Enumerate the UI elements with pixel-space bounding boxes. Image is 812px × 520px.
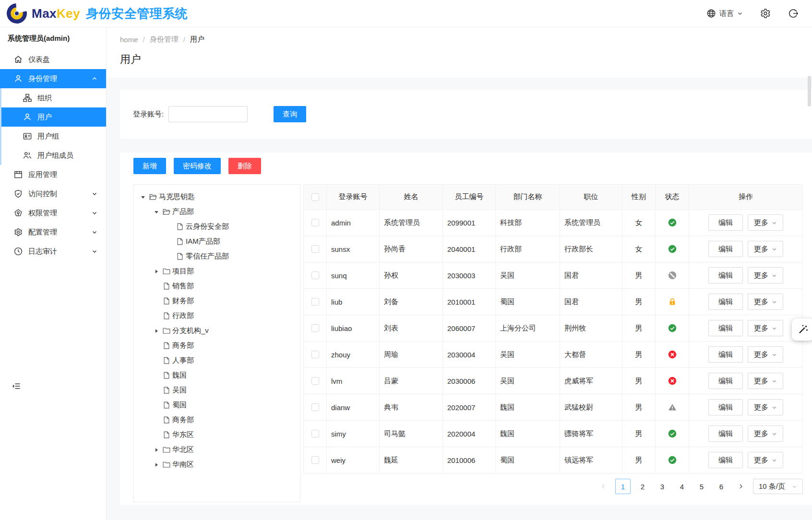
row-checkbox[interactable] [311,456,319,464]
sidebar-item-access-control[interactable]: 访问控制 [0,184,106,203]
row-checkbox[interactable] [311,245,319,253]
settings-gear-icon[interactable] [760,8,771,19]
row-checkbox[interactable] [311,351,319,358]
sidebar-item-user-group-members[interactable]: 用户组成员 [0,146,106,165]
pagination-page-6[interactable]: 6 [714,479,729,494]
tree-node[interactable]: 销售部 [134,279,300,294]
more-dropdown-button[interactable]: 更多 [748,452,783,468]
sidebar-item-dashboard[interactable]: 仪表盘 [0,50,106,69]
tree-node[interactable]: IAM产品部 [134,234,300,249]
tree-node[interactable]: 魏国 [134,368,300,383]
row-checkbox[interactable] [311,403,319,411]
tree-node[interactable]: 人事部 [134,353,300,368]
tree-node[interactable]: 商务部 [134,413,300,427]
tree-node[interactable]: 华南区 [134,457,300,472]
tree-node[interactable]: 行政部 [134,308,300,323]
file-icon [163,402,171,409]
more-dropdown-button[interactable]: 更多 [748,320,783,336]
edit-button[interactable]: 编辑 [708,294,743,310]
tree-node[interactable]: 零信任产品部 [134,249,300,264]
menu-fold-icon[interactable] [12,381,21,391]
breadcrumb-home[interactable]: home [120,35,138,44]
edit-button[interactable]: 编辑 [708,373,743,389]
sidebar-item-users[interactable]: 用户 [0,107,106,127]
cell-actions: 编辑更多 [689,394,803,421]
more-dropdown-button[interactable]: 更多 [748,241,783,257]
pagination-page-5[interactable]: 5 [694,479,709,494]
tree-node[interactable]: 分支机构_v [134,323,300,338]
add-button[interactable]: 新增 [133,158,166,174]
sidebar-item-permission-management[interactable]: 权限管理 [0,203,106,223]
edit-button[interactable]: 编辑 [708,320,743,336]
sidebar-item-identity-management[interactable]: 身份管理 [0,69,106,88]
search-panel: 登录账号: 查询 [120,90,812,139]
tree-node[interactable]: 项目部 [134,264,300,279]
delete-button[interactable]: 删除 [228,158,261,174]
row-checkbox[interactable] [311,298,319,306]
caret-down-icon[interactable] [141,195,149,200]
select-all-checkbox[interactable] [311,193,319,201]
login-account-input[interactable] [168,106,248,122]
tree-node[interactable]: 商务部 [134,338,300,353]
edit-button[interactable]: 编辑 [708,241,743,257]
row-checkbox[interactable] [311,430,319,437]
pagination-page-4[interactable]: 4 [674,479,690,494]
pagination-page-2[interactable]: 2 [635,479,650,494]
pagination-page-1[interactable]: 1 [615,479,631,494]
tree-node[interactable]: 云身份安全部 [134,219,300,234]
query-button[interactable]: 查询 [274,106,306,122]
tree-node[interactable]: 吴国 [134,383,300,398]
logout-icon[interactable] [788,8,799,19]
more-dropdown-button[interactable]: 更多 [748,294,783,310]
edit-button[interactable]: 编辑 [708,425,743,442]
sidebar-item-label: 日志审计 [28,247,92,256]
tree-node[interactable]: 华北区 [134,442,300,457]
edit-button[interactable]: 编辑 [708,452,743,468]
pagination-next-button[interactable] [733,479,749,494]
chevron-down-icon [772,431,777,437]
caret-down-icon[interactable] [154,210,163,214]
tree-node[interactable]: 财务部 [134,294,300,308]
tree-node[interactable]: 产品部 [134,204,300,219]
row-checkbox[interactable] [311,272,319,279]
tree-node[interactable]: 马克思钥匙 [134,189,300,204]
edit-button[interactable]: 编辑 [708,267,743,284]
row-checkbox[interactable] [311,377,319,385]
row-checkbox[interactable] [311,324,319,332]
main-content: home / 身份管理 / 用户 用户 登录账号: 查询 新增 密码修改 删除 … [107,27,812,520]
change-password-button[interactable]: 密码修改 [174,158,221,174]
sidebar-item-log-audit[interactable]: 日志审计 [0,242,106,261]
sidebar-item-label: 用户组 [37,132,97,141]
pagination-page-3[interactable]: 3 [655,479,670,494]
tree-node[interactable]: 华东区 [134,427,300,442]
sidebar-item-user-groups[interactable]: 用户组 [0,127,106,146]
caret-right-icon[interactable] [154,269,163,274]
edit-button[interactable]: 编辑 [708,214,743,231]
table-row: weiy魏延2010006蜀国镇远将军男编辑更多 [304,447,803,473]
more-dropdown-button[interactable]: 更多 [748,267,783,284]
more-dropdown-button[interactable]: 更多 [748,214,783,231]
row-checkbox[interactable] [311,219,319,226]
more-dropdown-button[interactable]: 更多 [748,399,783,415]
caret-right-icon[interactable] [154,448,163,452]
breadcrumb-identity[interactable]: 身份管理 [150,35,179,44]
cell-status [656,368,689,394]
sidebar-item-config-management[interactable]: 配置管理 [0,223,106,242]
sidebar-item-organizations[interactable]: 组织 [0,88,106,107]
magic-wand-floating-button[interactable] [792,319,812,341]
page-size-select[interactable]: 10 条/页 [753,479,803,494]
more-dropdown-button[interactable]: 更多 [748,373,783,389]
tree-node[interactable]: 蜀国 [134,398,300,413]
sidebar-item-app-management[interactable]: 应用管理 [0,165,106,184]
chevron-down-icon [772,378,777,384]
pagination-prev-button[interactable] [596,479,611,494]
edit-button[interactable]: 编辑 [708,346,743,363]
edit-button[interactable]: 编辑 [708,399,743,415]
cell-position: 虎威将军 [560,368,622,394]
more-dropdown-button[interactable]: 更多 [748,425,783,442]
caret-right-icon[interactable] [154,329,163,333]
language-menu[interactable]: 语言 [706,9,743,18]
caret-right-icon[interactable] [154,462,163,467]
more-dropdown-button[interactable]: 更多 [748,346,783,363]
scrollbar-thumb[interactable] [808,76,811,106]
